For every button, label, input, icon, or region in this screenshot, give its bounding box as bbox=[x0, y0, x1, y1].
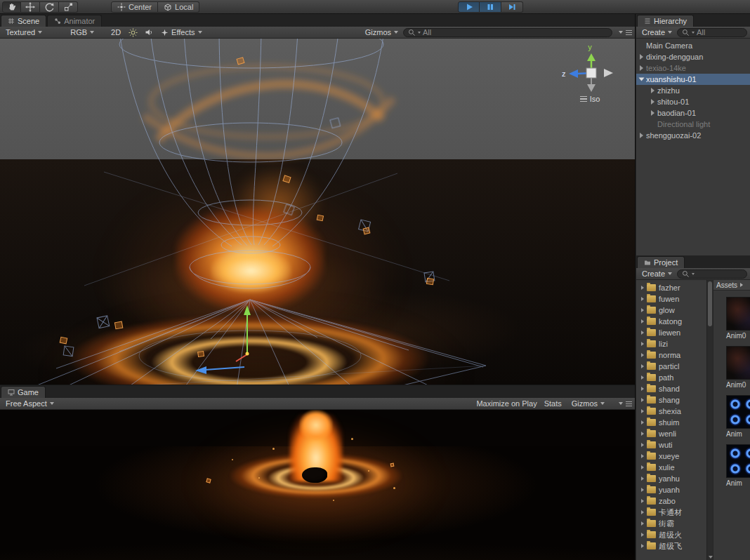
folder-item[interactable]: yanhu bbox=[636, 473, 706, 484]
hierarchy-item[interactable]: baodian-01 bbox=[636, 107, 750, 119]
folder-item[interactable]: shang bbox=[636, 394, 706, 406]
expand-arrow-icon[interactable] bbox=[641, 308, 644, 312]
folder-item[interactable]: fazher bbox=[636, 282, 706, 293]
game-gizmos-dropdown[interactable]: Gizmos bbox=[569, 399, 607, 409]
hierarchy-create-button[interactable]: Create bbox=[639, 27, 675, 38]
scene-lighting-button[interactable] bbox=[126, 27, 140, 38]
project-create-button[interactable]: Create bbox=[639, 269, 675, 279]
expand-arrow-icon[interactable] bbox=[651, 110, 654, 116]
folder-item[interactable]: path bbox=[636, 372, 706, 383]
asset-thumbnail[interactable] bbox=[726, 346, 750, 380]
expand-arrow-icon[interactable] bbox=[641, 454, 644, 458]
folder-item[interactable]: yuanh bbox=[636, 484, 706, 495]
expand-arrow-icon[interactable] bbox=[641, 420, 644, 425]
folder-item[interactable]: zabo bbox=[636, 495, 706, 507]
expand-arrow-icon[interactable] bbox=[641, 488, 644, 492]
folder-item[interactable]: xueye bbox=[636, 451, 706, 462]
folder-item[interactable]: shexia bbox=[636, 406, 706, 417]
expand-arrow-icon[interactable] bbox=[640, 133, 643, 138]
hierarchy-item[interactable]: zhizhu bbox=[636, 85, 750, 96]
expand-arrow-icon[interactable] bbox=[641, 297, 644, 301]
folder-item[interactable]: norma bbox=[636, 349, 706, 361]
folder-item[interactable]: shuim bbox=[636, 417, 706, 428]
expand-arrow-icon[interactable] bbox=[641, 319, 644, 324]
assets-breadcrumb[interactable]: Assets bbox=[713, 280, 750, 291]
move-tool-button[interactable] bbox=[21, 1, 40, 13]
scene-orientation-gizmo[interactable]: y z Iso bbox=[558, 43, 622, 103]
folder-item[interactable]: wenli bbox=[636, 428, 706, 439]
rotate-tool-button[interactable] bbox=[40, 1, 59, 13]
asset-thumbnail[interactable] bbox=[726, 297, 750, 331]
folder-item[interactable]: glow bbox=[636, 305, 706, 316]
scrollbar-down-arrow[interactable] bbox=[709, 556, 713, 559]
play-button[interactable] bbox=[458, 1, 480, 13]
space-mode-button[interactable]: Local bbox=[158, 1, 199, 13]
tab-scene[interactable]: Scene bbox=[1, 15, 46, 27]
asset-item[interactable]: Anim bbox=[726, 395, 750, 438]
tab-hierarchy[interactable]: Hierarchy bbox=[637, 15, 694, 27]
hierarchy-item[interactable]: shitou-01 bbox=[636, 96, 750, 107]
hierarchy-item-selected[interactable]: xuanshishu-01 bbox=[636, 74, 750, 85]
expand-arrow-icon[interactable] bbox=[641, 353, 644, 357]
scene-panel-menu[interactable] bbox=[619, 30, 632, 35]
folder-item[interactable]: 超级飞 bbox=[636, 540, 706, 552]
collapse-arrow-icon[interactable] bbox=[639, 78, 645, 81]
asset-item[interactable]: Anim0 bbox=[726, 346, 750, 389]
asset-item[interactable]: Anim bbox=[726, 444, 750, 487]
hierarchy-item[interactable]: texiao-14ke bbox=[636, 62, 750, 74]
folder-item[interactable]: katong bbox=[636, 316, 706, 327]
folder-item[interactable]: 街霸 bbox=[636, 518, 706, 529]
expand-arrow-icon[interactable] bbox=[641, 443, 644, 447]
effects-dropdown[interactable]: Effects bbox=[158, 27, 204, 38]
maximize-on-play-button[interactable]: Maximize on Play bbox=[476, 399, 537, 408]
folder-item[interactable]: 超级火 bbox=[636, 529, 706, 540]
expand-arrow-icon[interactable] bbox=[641, 375, 644, 380]
tab-animator[interactable]: Animator bbox=[47, 15, 102, 27]
folder-item[interactable]: fuwen bbox=[636, 293, 706, 305]
pan-tool-button[interactable] bbox=[2, 1, 21, 13]
expand-arrow-icon[interactable] bbox=[641, 432, 644, 436]
project-search-field[interactable] bbox=[677, 269, 747, 279]
expand-arrow-icon[interactable] bbox=[641, 544, 644, 548]
expand-arrow-icon[interactable] bbox=[641, 521, 644, 526]
scrollbar-thumb[interactable] bbox=[708, 281, 712, 326]
tab-project[interactable]: Project bbox=[637, 256, 685, 268]
hierarchy-item[interactable]: Directional light bbox=[636, 119, 750, 130]
expand-arrow-icon[interactable] bbox=[641, 331, 644, 335]
tab-game[interactable]: Game bbox=[1, 386, 46, 398]
hierarchy-item[interactable]: dixing-dengguan bbox=[636, 51, 750, 62]
hierarchy-item[interactable]: shengguozai-02 bbox=[636, 130, 750, 141]
expand-arrow-icon[interactable] bbox=[641, 476, 644, 481]
folder-item[interactable]: liewen bbox=[636, 327, 706, 338]
folder-item[interactable]: wuti bbox=[636, 439, 706, 451]
pause-button[interactable] bbox=[480, 1, 501, 13]
expand-arrow-icon[interactable] bbox=[641, 342, 644, 346]
folder-item[interactable]: xulie bbox=[636, 462, 706, 473]
expand-arrow-icon[interactable] bbox=[641, 409, 644, 413]
folder-item[interactable]: shand bbox=[636, 383, 706, 394]
folder-item[interactable]: lizi bbox=[636, 338, 706, 349]
game-panel-menu[interactable] bbox=[619, 401, 632, 406]
asset-thumbnail[interactable] bbox=[726, 395, 750, 429]
expand-arrow-icon[interactable] bbox=[640, 54, 643, 60]
expand-arrow-icon[interactable] bbox=[651, 88, 654, 93]
step-button[interactable] bbox=[501, 1, 523, 13]
scene-search-field[interactable]: All bbox=[403, 28, 612, 37]
draw-mode-dropdown[interactable]: Textured bbox=[3, 27, 45, 38]
folder-item[interactable]: 卡通材 bbox=[636, 507, 706, 518]
projection-mode-toggle[interactable]: Iso bbox=[580, 95, 600, 103]
scene-viewport[interactable]: y z Iso bbox=[0, 39, 635, 385]
expand-arrow-icon[interactable] bbox=[641, 286, 644, 290]
hierarchy-search-field[interactable]: All bbox=[677, 28, 747, 37]
stats-button[interactable]: Stats bbox=[544, 399, 562, 408]
scale-tool-button[interactable] bbox=[59, 1, 78, 13]
render-mode-dropdown[interactable]: RGB bbox=[67, 27, 97, 38]
expand-arrow-icon[interactable] bbox=[640, 65, 643, 71]
asset-item[interactable]: Anim0 bbox=[726, 297, 750, 340]
folder-list-scrollbar[interactable] bbox=[706, 280, 713, 560]
scene-gizmos-dropdown[interactable]: Gizmos bbox=[362, 27, 401, 38]
expand-arrow-icon[interactable] bbox=[641, 510, 644, 514]
expand-arrow-icon[interactable] bbox=[641, 499, 644, 503]
expand-arrow-icon[interactable] bbox=[641, 364, 644, 368]
folder-item[interactable]: particl bbox=[636, 361, 706, 372]
